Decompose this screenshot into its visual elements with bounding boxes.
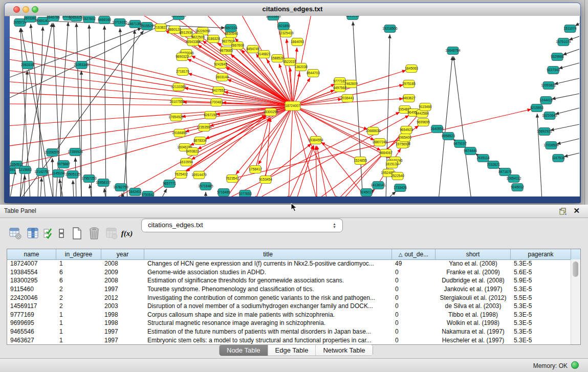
float-panel-icon[interactable] [559, 208, 567, 215]
network-node[interactable]: 14671358 [127, 20, 143, 28]
network-node[interactable]: 7625402 [175, 171, 188, 179]
network-node[interactable]: 1588520 [271, 55, 284, 62]
network-node[interactable]: 7623541 [226, 175, 239, 183]
network-node[interactable]: 2036441 [341, 95, 354, 102]
network-node[interactable]: 15718485 [198, 183, 213, 190]
network-node[interactable]: 8912934 [180, 29, 193, 37]
network-node[interactable]: 2867608 [231, 42, 244, 50]
table-row[interactable]: 1938455462009Genome-wide association stu… [7, 268, 571, 277]
network-node[interactable]: 1700481 [210, 99, 223, 106]
network-node[interactable]: 7032621 [487, 161, 500, 169]
network-node[interactable]: 1815132 [385, 161, 399, 168]
network-node[interactable]: 1842402 [128, 188, 142, 196]
network-node[interactable]: 8958923 [442, 133, 455, 140]
network-node[interactable]: 14136141 [371, 182, 386, 189]
network-node[interactable]: 21053346 [74, 61, 89, 69]
show-column-icon[interactable] [26, 226, 40, 240]
network-node[interactable]: 9329966 [551, 53, 564, 61]
network-node[interactable]: 9750542 [141, 191, 155, 197]
network-node[interactable]: 16210643 [542, 112, 557, 120]
network-node[interactable]: 18300295 [263, 108, 278, 116]
network-node[interactable]: 9884067 [379, 149, 393, 157]
network-node[interactable]: 1758417 [249, 166, 262, 173]
network-node[interactable]: 9115460 [419, 103, 432, 111]
table-row[interactable]: 946554611997Estimation of the future num… [7, 327, 571, 336]
network-node[interactable]: 16782759 [113, 184, 128, 191]
table-selector-combobox[interactable]: citations_edges.txt ▲▼ [141, 218, 343, 232]
network-node[interactable]: 9227343 [547, 67, 560, 74]
network-node[interactable]: 19166855 [172, 129, 187, 137]
table-row[interactable]: 2242004622012Investigating the contribut… [7, 293, 571, 302]
network-node[interactable]: 1362038 [294, 63, 308, 71]
network-node[interactable]: 6466160 [98, 16, 111, 24]
network-node[interactable]: 6522037 [283, 58, 296, 66]
network-node[interactable]: 12353594 [197, 124, 212, 132]
network-node[interactable]: 391591 [10, 166, 15, 174]
column-header-title[interactable]: title [144, 249, 392, 259]
network-node[interactable]: 2975185 [402, 80, 416, 88]
network-node[interactable]: 8454749 [246, 46, 259, 53]
network-node[interactable]: 1733426 [394, 184, 407, 192]
network-node[interactable]: 1921850 [277, 23, 290, 30]
network-node[interactable]: 2935114 [476, 155, 490, 162]
column-header-name[interactable]: name [7, 249, 56, 259]
tab-node-table[interactable]: Node Table [220, 345, 268, 356]
network-node[interactable]: 8267150 [204, 112, 217, 119]
network-node[interactable]: 16958107 [96, 179, 111, 187]
network-node[interactable]: 1167536 [552, 155, 565, 162]
network-node[interactable]: 1511074 [563, 25, 577, 33]
network-node[interactable]: 10653257 [69, 16, 84, 21]
network-node[interactable]: 20206576 [45, 149, 60, 157]
network-node[interactable]: 5716485 [217, 189, 230, 196]
network-node[interactable]: 1244415 [539, 97, 553, 104]
network-node[interactable]: 8544703 [307, 70, 320, 77]
column-header-year[interactable]: year [101, 249, 144, 259]
network-node[interactable]: 7462609 [344, 80, 358, 88]
network-node[interactable]: 7163822 [154, 24, 167, 32]
network-node[interactable]: 1603381 [24, 16, 37, 23]
network-node[interactable]: 16648784 [445, 47, 461, 55]
network-node[interactable]: 9474444 [464, 147, 477, 155]
network-node[interactable]: 19218506 [382, 25, 398, 33]
network-hub-node[interactable]: 18724007 [285, 101, 300, 111]
network-node[interactable]: 1965400 [398, 134, 411, 142]
network-node[interactable]: 1640954 [430, 125, 444, 133]
memory-status-indicator[interactable] [571, 361, 579, 369]
new-document-icon[interactable] [70, 226, 84, 240]
network-node[interactable]: 16053809 [266, 16, 281, 20]
network-node[interactable]: 1864093 [291, 38, 304, 46]
network-node[interactable]: 9242845 [214, 61, 227, 69]
function-builder-icon[interactable]: f(x) [122, 226, 132, 240]
network-node[interactable]: 8878334 [193, 137, 207, 145]
network-node[interactable]: 15751074 [556, 38, 571, 46]
network-canvas[interactable]: 1872400718300295193845547163822886012889… [10, 16, 580, 196]
network-node[interactable]: 12325419 [278, 30, 294, 37]
network-node[interactable]: 2522540 [391, 172, 404, 180]
network-node[interactable]: 10654112 [507, 175, 521, 183]
table-row[interactable]: 911546021997Tourette syndrome. Phenomeno… [7, 285, 571, 294]
network-node[interactable]: 9699695 [417, 119, 430, 126]
network-node[interactable]: 7515526 [140, 23, 154, 30]
network-node[interactable]: 12133369 [171, 83, 186, 91]
network-node[interactable]: 19384554 [308, 137, 323, 144]
network-node[interactable]: 17654925 [168, 114, 184, 121]
network-node[interactable]: 17016534 [543, 142, 559, 149]
network-node[interactable]: 9346786 [47, 16, 60, 21]
network-node[interactable]: 6479197 [453, 140, 467, 148]
network-node[interactable]: 9146821 [257, 51, 271, 58]
network-node[interactable]: 9875685 [220, 47, 233, 55]
network-node[interactable]: 16914479 [191, 171, 207, 179]
network-node[interactable]: 9975887 [57, 161, 70, 168]
network-node[interactable]: 2718176 [176, 68, 189, 76]
network-node[interactable]: 1527602 [82, 16, 96, 23]
table-row[interactable]: 1872400712008Changes of HCN gene express… [7, 259, 571, 268]
network-node[interactable]: 16033809 [171, 16, 186, 20]
network-node[interactable]: 8427552 [212, 87, 225, 95]
row-height-icon[interactable] [56, 226, 67, 240]
table-scrollbar[interactable] [571, 259, 580, 344]
network-node[interactable]: 18807249 [372, 139, 387, 146]
table-settings-icon[interactable] [8, 226, 23, 240]
tab-network-table[interactable]: Network Table [316, 345, 372, 356]
network-node[interactable]: 12142757 [34, 168, 50, 176]
select-rows-icon[interactable] [43, 226, 53, 240]
